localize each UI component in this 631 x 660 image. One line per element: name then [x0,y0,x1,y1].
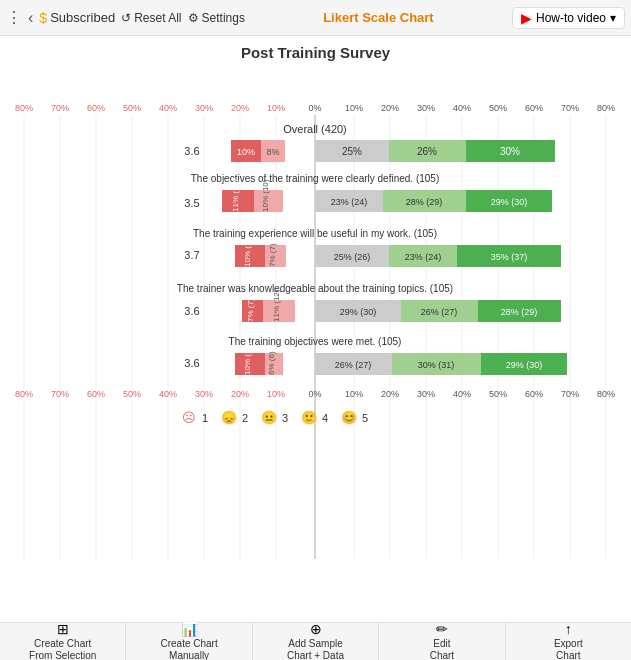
svg-text:11% (12): 11% (12) [272,289,281,322]
chart-outer: Post Training Survey 80% 70% 60% 50% 40%… [0,36,631,622]
svg-text:The trainer was knowledgeable : The trainer was knowledgeable about the … [177,283,453,294]
svg-text:Overall (420): Overall (420) [283,123,347,135]
svg-text:7% (7): 7% (7) [268,243,277,267]
svg-text:50%: 50% [489,389,507,399]
svg-text:30%: 30% [500,146,520,157]
back-icon[interactable]: ‹ [28,9,33,27]
export-chart-label2: Chart [556,650,580,660]
add-sample-label2: Chart + Data [287,650,344,660]
export-chart-button[interactable]: ↑ Export Chart [506,623,631,660]
svg-text:28% (29): 28% (29) [501,307,538,317]
edit-chart-button[interactable]: ✏ Edit Chart [379,623,505,660]
create-chart-manually-button[interactable]: 📊 Create Chart Manually [126,623,252,660]
svg-text:25% (26): 25% (26) [334,252,371,262]
svg-text:70%: 70% [561,103,579,113]
export-chart-icon: ↑ [565,621,572,638]
chevron-down-icon: ▾ [610,11,616,25]
svg-text:30%: 30% [417,103,435,113]
edit-chart-label2: Chart [430,650,454,660]
chart-area: Post Training Survey 80% 70% 60% 50% 40%… [0,36,631,622]
svg-text:5: 5 [362,412,368,424]
svg-text:80%: 80% [15,103,33,113]
svg-text:1: 1 [202,412,208,424]
svg-text:11% (12): 11% (12) [231,179,240,212]
svg-text:29% (30): 29% (30) [506,360,543,370]
svg-text:30%: 30% [195,389,213,399]
svg-text:40%: 40% [159,103,177,113]
svg-text:70%: 70% [561,389,579,399]
svg-text:10%: 10% [345,389,363,399]
svg-text:29% (30): 29% (30) [340,307,377,317]
subscribed-button[interactable]: $ Subscribed [39,10,115,26]
svg-text:3.7: 3.7 [184,249,199,261]
youtube-icon: ▶ [521,10,532,26]
chart-main-title: Post Training Survey [4,44,627,61]
svg-text:30%: 30% [195,103,213,113]
svg-text:10%: 10% [267,103,285,113]
svg-text:20%: 20% [231,389,249,399]
svg-text:80%: 80% [15,389,33,399]
svg-text:50%: 50% [123,389,141,399]
svg-text:0%: 0% [308,103,321,113]
svg-text:☹: ☹ [182,410,196,425]
settings-button[interactable]: ⚙ Settings [188,11,245,25]
svg-text:10%: 10% [237,147,255,157]
svg-text:60%: 60% [87,103,105,113]
svg-text:60%: 60% [525,389,543,399]
svg-text:60%: 60% [525,103,543,113]
create-from-selection-icon: ⊞ [57,621,69,638]
svg-text:70%: 70% [51,103,69,113]
svg-text:10% (10): 10% (10) [261,179,270,212]
svg-text:80%: 80% [597,103,615,113]
how-to-video-button[interactable]: ▶ How-to video ▾ [512,7,625,29]
svg-text:35% (37): 35% (37) [491,252,528,262]
add-sample-icon: ⊕ [310,621,322,638]
svg-text:😐: 😐 [261,409,278,426]
export-chart-label1: Export [554,638,583,650]
svg-text:6% (6): 6% (6) [267,351,276,375]
svg-text:50%: 50% [123,103,141,113]
create-from-selection-button[interactable]: ⊞ Create Chart From Selection [0,623,126,660]
svg-text:40%: 40% [453,389,471,399]
svg-text:The training objectives were m: The training objectives were met. (105) [229,336,402,347]
svg-text:7% (7): 7% (7) [246,298,255,322]
svg-text:10% (11): 10% (11) [243,342,252,375]
svg-text:20%: 20% [381,389,399,399]
svg-text:70%: 70% [51,389,69,399]
svg-text:28% (29): 28% (29) [406,197,443,207]
svg-text:23% (24): 23% (24) [405,252,442,262]
settings-icon: ⚙ [188,11,199,25]
svg-text:50%: 50% [489,103,507,113]
svg-text:3: 3 [282,412,288,424]
svg-text:3.6: 3.6 [184,145,199,157]
add-sample-button[interactable]: ⊕ Add Sample Chart + Data [253,623,379,660]
bottom-bar: ⊞ Create Chart From Selection 📊 Create C… [0,622,631,660]
svg-text:10%: 10% [267,389,285,399]
svg-text:😊: 😊 [341,409,358,426]
svg-text:😞: 😞 [221,409,238,426]
likert-chart-svg: 80% 70% 60% 50% 40% 30% 20% 10% 0% 10% 2… [4,65,627,622]
svg-text:3.6: 3.6 [184,357,199,369]
menu-dots-icon[interactable]: ⋮ [6,8,22,27]
svg-text:26% (27): 26% (27) [335,360,372,370]
svg-text:23% (24): 23% (24) [331,197,368,207]
svg-text:4: 4 [322,412,328,424]
svg-text:40%: 40% [453,103,471,113]
create-from-selection-label2: From Selection [29,650,96,660]
svg-text:26% (27): 26% (27) [421,307,458,317]
svg-text:8%: 8% [266,147,279,157]
edit-chart-icon: ✏ [436,621,448,638]
svg-text:30%: 30% [417,389,435,399]
svg-text:26%: 26% [417,146,437,157]
reset-icon: ↺ [121,11,131,25]
svg-text:20%: 20% [381,103,399,113]
create-manually-label2: Manually [169,650,209,660]
reset-label: Reset All [134,11,181,25]
reset-button[interactable]: ↺ Reset All [121,11,181,25]
svg-text:🙂: 🙂 [301,409,318,426]
create-manually-label1: Create Chart [160,638,217,650]
svg-text:60%: 60% [87,389,105,399]
toolbar: ⋮ ‹ $ Subscribed ↺ Reset All ⚙ Settings … [0,0,631,36]
svg-text:The training experience will b: The training experience will be useful i… [193,228,437,239]
svg-text:3.5: 3.5 [184,197,199,209]
